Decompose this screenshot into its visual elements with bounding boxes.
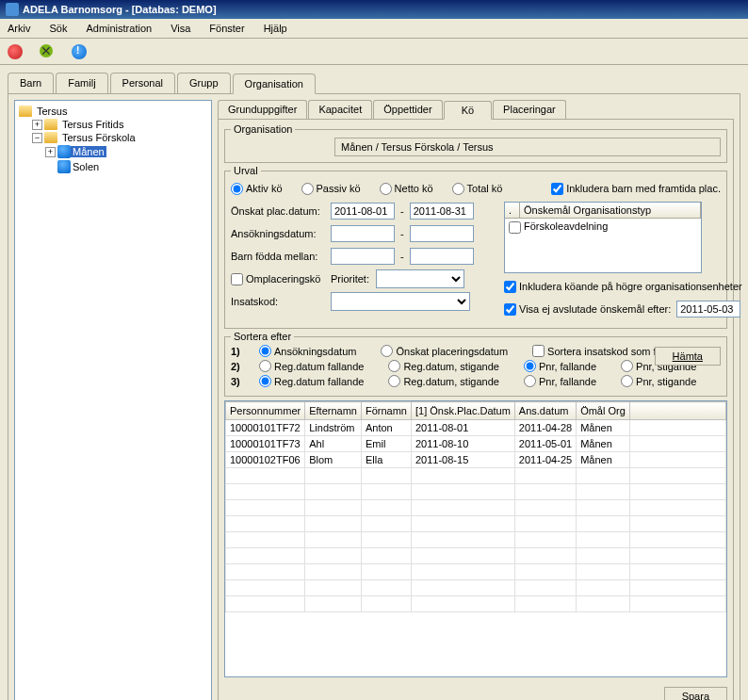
radio-s3b[interactable]: Reg.datum, stigande <box>388 375 499 387</box>
insatskod-select[interactable] <box>331 292 470 311</box>
urval-fieldset: Urval Aktiv kö Passiv kö Netto kö Total … <box>224 171 727 329</box>
tree-node-manen[interactable]: + Månen <box>45 144 207 159</box>
sort-num-1: 1) <box>231 346 248 357</box>
orgtyp-value: Förskoleavdelning <box>520 219 611 236</box>
prioritet-select[interactable] <box>376 269 464 288</box>
table-row[interactable] <box>226 580 726 596</box>
menubar: Arkiv Sök Administration Visa Fönster Hj… <box>0 19 748 39</box>
ansok-to-input[interactable] <box>410 225 474 242</box>
check-omplac[interactable]: Omplaceringskö <box>231 273 325 285</box>
tree-panel[interactable]: Tersus + Tersus Fritids − Tersus Förskol… <box>14 100 212 700</box>
radio-aktiv[interactable]: Aktiv kö <box>231 183 283 195</box>
org-path: Månen / Tersus Förskola / Tersus <box>334 138 721 156</box>
date-to-input[interactable] <box>410 203 474 220</box>
right-panel: Grunduppgifter Kapacitet Öppettider Kö P… <box>218 100 734 700</box>
tab-organisation[interactable]: Organisation <box>233 73 316 94</box>
info-icon[interactable] <box>72 44 87 59</box>
radio-s2b[interactable]: Reg.datum, stigande <box>388 360 499 372</box>
table-row[interactable] <box>226 484 726 500</box>
list-item[interactable]: Förskoleavdelning <box>505 219 701 236</box>
subtab-grund[interactable]: Grunduppgifter <box>218 100 307 119</box>
folder-icon <box>44 119 57 130</box>
table-row[interactable] <box>226 500 726 516</box>
app-icon <box>6 3 19 16</box>
disconnect-icon[interactable] <box>40 44 55 59</box>
menu-hjalp[interactable]: Hjälp <box>260 21 291 36</box>
tree-label: Solen <box>71 161 101 172</box>
subtab-oppettider[interactable]: Öppettider <box>373 100 442 119</box>
tree-label: Tersus <box>35 106 69 117</box>
table-header[interactable]: Förnamn <box>361 402 411 420</box>
radio-s2c[interactable]: Pnr, fallande <box>524 360 596 372</box>
subtab-placeringar[interactable]: Placeringar <box>493 100 566 119</box>
tab-familj[interactable]: Familj <box>56 73 107 93</box>
toolbar <box>0 39 748 65</box>
table-header[interactable]: Ömål Org <box>577 402 630 420</box>
data-table[interactable]: PersonnummerEfternamnFörnamn[1] Önsk.Pla… <box>224 400 727 677</box>
table-row[interactable] <box>226 468 726 484</box>
menu-fonster[interactable]: Fönster <box>205 21 248 36</box>
window-title: ADELA Barnomsorg - [Databas: DEMO] <box>23 4 217 15</box>
radio-s2a[interactable]: Reg.datum fallande <box>259 360 364 372</box>
record-icon[interactable] <box>8 44 23 59</box>
radio-total[interactable]: Total kö <box>452 183 503 195</box>
radio-s3d[interactable]: Pnr, stigande <box>621 375 696 387</box>
date-from-input[interactable] <box>331 203 395 220</box>
titlebar: ADELA Barnomsorg - [Databas: DEMO] <box>0 0 748 19</box>
table-row[interactable] <box>226 516 726 532</box>
table-row[interactable]: 10000101TF72LindströmAnton2011-08-012011… <box>226 420 726 436</box>
sub-tabs: Grunduppgifter Kapacitet Öppettider Kö P… <box>218 100 734 119</box>
radio-s1a[interactable]: Ansökningsdatum <box>259 345 356 357</box>
spara-button[interactable]: Spara <box>664 687 727 700</box>
menu-sok[interactable]: Sök <box>45 21 71 36</box>
tree-node-fritids[interactable]: + Tersus Fritids <box>32 118 207 131</box>
table-header[interactable]: [1] Önsk.Plac.Datum <box>411 402 514 420</box>
unfinished-date-input[interactable] <box>676 301 740 317</box>
table-row[interactable] <box>226 564 726 580</box>
tab-personal[interactable]: Personal <box>110 73 175 93</box>
check-show-unfinished[interactable]: Visa ej avslutade önskemål efter: <box>504 303 671 316</box>
radio-s3a[interactable]: Reg.datum fallande <box>259 375 364 387</box>
orgtyp-list[interactable]: . Önskemål Organisationstyp Förskoleavde… <box>504 202 702 273</box>
table-row[interactable]: 10000102TF06BlomElla2011-08-152011-04-25… <box>226 452 726 468</box>
menu-administration[interactable]: Administration <box>82 21 155 36</box>
table-header[interactable]: Ans.datum <box>514 402 576 420</box>
tree-node-forskola[interactable]: − Tersus Förskola <box>32 131 207 144</box>
radio-s3c[interactable]: Pnr, fallande <box>524 375 596 387</box>
radio-netto[interactable]: Netto kö <box>380 183 433 195</box>
table-row[interactable] <box>226 596 726 612</box>
sort-num-2: 2) <box>231 361 248 372</box>
table-row[interactable] <box>226 548 726 564</box>
label-insatskod: Insatskod: <box>231 296 325 307</box>
main-tabs: Barn Familj Personal Grupp Organisation <box>0 65 748 93</box>
fieldset-legend: Urval <box>231 165 261 176</box>
check-include-higher[interactable]: Inkludera köande på högre organisationse… <box>504 281 742 293</box>
menu-arkiv[interactable]: Arkiv <box>4 21 34 36</box>
hamta-button[interactable]: Hämta <box>655 347 721 366</box>
table-row[interactable]: 10000101TF73AhlEmil2011-08-102011-05-01M… <box>226 436 726 452</box>
tree-node-solen[interactable]: Solen <box>45 159 207 174</box>
fodda-to-input[interactable] <box>410 248 474 265</box>
ansok-from-input[interactable] <box>331 225 395 242</box>
expand-icon[interactable]: + <box>45 147 56 157</box>
tab-barn[interactable]: Barn <box>8 73 54 93</box>
radio-s1b[interactable]: Önskat placeringsdatum <box>381 345 508 357</box>
table-header[interactable]: Personnummer <box>226 402 305 420</box>
tree-root[interactable]: Tersus <box>19 105 207 118</box>
organisation-fieldset: Organisation Månen / Tersus Förskola / T… <box>224 129 727 163</box>
check-include-future[interactable]: Inkludera barn med framtida plac. <box>551 183 721 195</box>
subtab-kapacitet[interactable]: Kapacitet <box>308 100 372 119</box>
sort-num-3: 3) <box>231 376 248 387</box>
folder-icon <box>19 106 32 117</box>
tab-grupp[interactable]: Grupp <box>177 73 231 93</box>
collapse-icon[interactable]: − <box>32 133 42 143</box>
subtab-ko[interactable]: Kö <box>444 101 492 120</box>
expand-icon[interactable]: + <box>32 120 42 130</box>
radio-passiv[interactable]: Passiv kö <box>301 183 361 195</box>
col-orgtyp[interactable]: Önskemål Organisationstyp <box>520 203 701 218</box>
fodda-from-input[interactable] <box>331 248 395 265</box>
table-header[interactable]: Efternamn <box>305 402 362 420</box>
table-row[interactable] <box>226 532 726 548</box>
col-dot[interactable]: . <box>505 203 520 218</box>
menu-visa[interactable]: Visa <box>167 21 194 36</box>
